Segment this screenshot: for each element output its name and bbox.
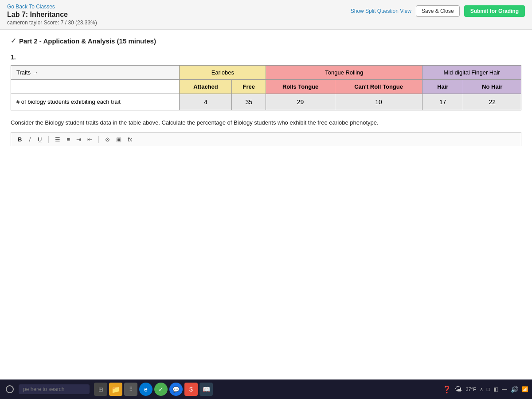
table-header-row-1: Traits → Earlobes Tongue Rolling Mid-dig… [11,66,521,80]
val-attached: 4 [180,94,232,110]
top-bar-right: Show Split Question View Save & Close Su… [351,5,525,17]
taskbar-sys-icon2: ◧ [493,386,498,392]
table-data-row: # of biology students exhibiting each tr… [11,94,521,110]
taskbar: ⊞ 📁 ⠿ e ✓ 💬 $ 📖 ❓ 🌤 37°F ∧ □ ◧ — 🔊 📶 [0,379,532,399]
taskbar-sys-icon1: □ [487,386,490,392]
student-score: cameron taylor Score: 7 / 30 (23.33%) [7,20,97,26]
free-subheader: Free [232,80,266,94]
tongue-header: Tongue Rolling [266,66,422,80]
fx-icon[interactable]: fx [126,135,134,144]
attached-subheader: Attached [180,80,232,94]
val-hair: 17 [422,94,463,110]
list2-icon[interactable]: ≡ [65,135,72,144]
section-title-text: Part 2 - Application & Analysis (15 minu… [19,37,156,45]
weather-icon: 🌤 [455,385,462,393]
image-icon[interactable]: ▣ [114,135,123,144]
hair-subheader: Hair [422,80,463,94]
taskbar-app-desktop[interactable]: ⊞ [94,383,107,396]
val-rolls: 29 [266,94,335,110]
blank-subheader [11,80,180,94]
outdent-icon[interactable]: ⇤ [86,135,94,144]
caret-up-icon[interactable]: ∧ [480,387,483,392]
taskbar-app-folder[interactable]: 📁 [109,383,122,396]
indent-icon[interactable]: ⇥ [74,135,83,144]
bold-button[interactable]: B [16,135,24,144]
table-subheader-row: Attached Free Rolls Tongue Can't Roll To… [11,80,521,94]
val-nohair: 22 [463,94,521,110]
italic-button[interactable]: I [27,135,33,144]
row-label: # of biology students exhibiting each tr… [11,94,180,110]
toolbar-divider-2 [98,136,99,143]
underline-button[interactable]: U [35,135,44,144]
question-number: 1. [11,54,521,61]
link-icon[interactable]: ⊗ [103,135,112,144]
editor-toolbar: B I U ☰ ≡ ⇥ ⇤ ⊗ ▣ fx [11,132,521,146]
show-split-link[interactable]: Show Split Question View [351,8,411,14]
checkmark-icon: ✓ [11,37,16,45]
traits-label-header: Traits → [11,66,180,80]
submit-grading-button[interactable]: Submit for Grading [464,5,525,17]
taskbar-app-book[interactable]: 📖 [200,383,213,396]
question-description: Consider the Biology student traits data… [11,118,521,127]
taskbar-app-tiles[interactable]: ⠿ [124,383,137,396]
lab-title: Lab 7: Inheritance [7,11,97,19]
save-close-button[interactable]: Save & Close [416,5,460,17]
section-title: ✓ Part 2 - Application & Analysis (15 mi… [11,37,521,45]
rolls-subheader: Rolls Tongue [266,80,335,94]
wifi-icon[interactable]: 📶 [522,386,528,392]
taskbar-right: ❓ 🌤 37°F ∧ □ ◧ — 🔊 📶 [442,385,528,394]
start-circle-icon [6,385,14,393]
toolbar-divider-1 [48,136,49,143]
list-icon[interactable]: ☰ [53,135,62,144]
go-back-link[interactable]: Go Back To Classes [7,4,97,10]
start-button[interactable] [4,383,16,395]
top-bar: Go Back To Classes Lab 7: Inheritance ca… [0,0,532,30]
taskbar-app-check[interactable]: ✓ [154,383,168,396]
taskbar-question-icon[interactable]: ❓ [442,385,451,394]
taskbar-app-s[interactable]: $ [184,383,198,396]
top-bar-left: Go Back To Classes Lab 7: Inheritance ca… [7,4,97,26]
traits-table: Traits → Earlobes Tongue Rolling Mid-dig… [11,65,521,110]
val-cantroll: 10 [335,94,422,110]
taskbar-app-chat[interactable]: 💬 [169,383,183,396]
volume-icon[interactable]: 🔊 [511,386,518,393]
temperature-display: 37°F [466,387,476,392]
taskbar-app-edge[interactable]: e [139,383,153,396]
val-free: 35 [232,94,266,110]
cantroll-subheader: Can't Roll Tongue [335,80,422,94]
middigital-header: Mid-digital Finger Hair [422,66,521,80]
main-content: ✓ Part 2 - Application & Analysis (15 mi… [0,30,532,379]
nohair-subheader: No Hair [463,80,521,94]
earlobes-header: Earlobes [180,66,266,80]
taskbar-search-input[interactable] [19,384,90,394]
taskbar-sys-icon3: — [502,386,507,392]
taskbar-apps: ⊞ 📁 ⠿ e ✓ 💬 $ 📖 [94,383,213,396]
